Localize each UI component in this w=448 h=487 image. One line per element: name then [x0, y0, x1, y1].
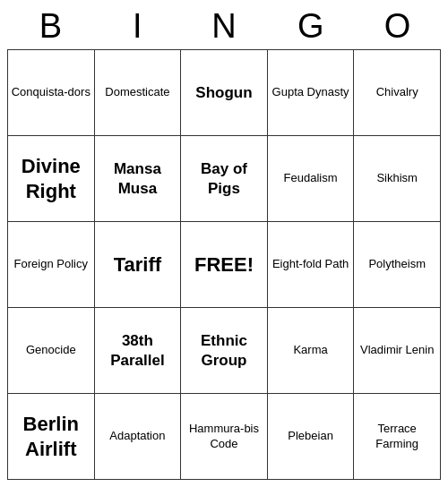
bingo-cell-6: Mansa Musa [95, 136, 182, 222]
bingo-cell-9: Sikhism [354, 136, 441, 222]
bingo-cell-8: Feudalism [268, 136, 355, 222]
bingo-cell-13: Eight-fold Path [268, 222, 355, 308]
bingo-cell-12: FREE! [181, 222, 268, 308]
bingo-cell-0: Conquista-dors [8, 50, 95, 136]
bingo-header: BINGO [7, 7, 441, 46]
bingo-cell-21: Adaptation [95, 394, 182, 480]
bingo-cell-11: Tariff [95, 222, 182, 308]
bingo-cell-4: Chivalry [354, 50, 441, 136]
bingo-letter-o: O [354, 7, 441, 46]
bingo-cell-23: Plebeian [268, 394, 355, 480]
bingo-cell-10: Foreign Policy [8, 222, 95, 308]
bingo-cell-5: Divine Right [8, 136, 95, 222]
bingo-cell-1: Domesticate [95, 50, 182, 136]
bingo-cell-20: Berlin Airlift [8, 394, 95, 480]
bingo-letter-b: B [7, 7, 94, 46]
bingo-cell-17: Ethnic Group [181, 308, 268, 394]
bingo-cell-24: Terrace Farming [354, 394, 441, 480]
bingo-cell-3: Gupta Dynasty [268, 50, 355, 136]
bingo-letter-n: N [181, 7, 268, 46]
bingo-letter-i: I [94, 7, 181, 46]
bingo-cell-18: Karma [268, 308, 355, 394]
bingo-cell-16: 38th Parallel [95, 308, 182, 394]
bingo-cell-15: Genocide [8, 308, 95, 394]
bingo-cell-2: Shogun [181, 50, 268, 136]
bingo-letter-g: G [267, 7, 354, 46]
bingo-cell-7: Bay of Pigs [181, 136, 268, 222]
bingo-cell-19: Vladimir Lenin [354, 308, 441, 394]
bingo-grid: Conquista-dorsDomesticateShogunGupta Dyn… [7, 49, 441, 480]
bingo-cell-14: Polytheism [354, 222, 441, 308]
bingo-cell-22: Hammura-bis Code [181, 394, 268, 480]
